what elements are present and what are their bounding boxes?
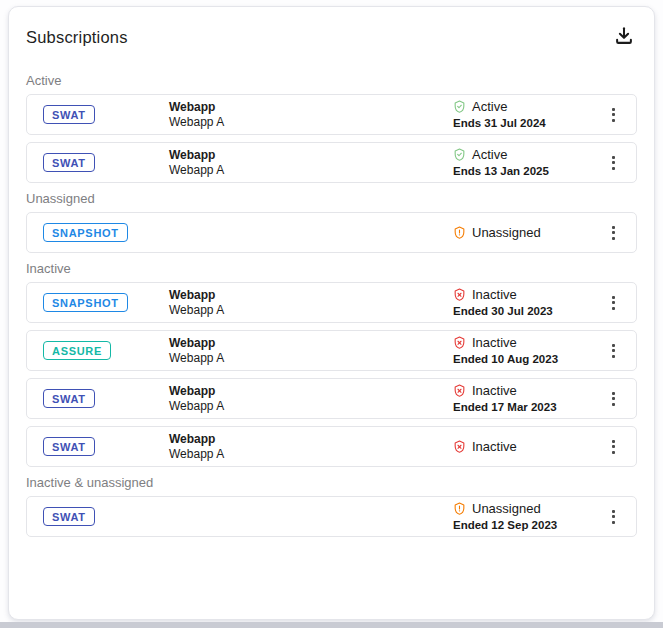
sections-container: Active SWAT Webapp Webapp A Active Ends …: [26, 72, 637, 537]
row-menu-button[interactable]: [604, 291, 623, 315]
menu-cell: [591, 151, 636, 175]
product-cell: Webapp Webapp A: [169, 432, 453, 462]
section-rows: SNAPSHOT Unassigned: [26, 212, 637, 253]
product-cell: Webapp Webapp A: [169, 148, 453, 178]
status-label: Inactive: [472, 438, 517, 455]
row-menu-button[interactable]: [604, 505, 623, 529]
subscription-row[interactable]: SNAPSHOT Webapp Webapp A Inactive Ended …: [26, 282, 637, 323]
subscription-row[interactable]: SWAT Webapp Webapp A Inactive Ended 17 M…: [26, 378, 637, 419]
shield-x-icon: [453, 288, 466, 301]
subscription-section: Active SWAT Webapp Webapp A Active Ends …: [26, 72, 637, 183]
badge-cell: ASSURE: [27, 341, 169, 360]
product-badge: SWAT: [43, 105, 95, 124]
status-cell: Inactive Ended 10 Aug 2023: [453, 334, 591, 367]
row-menu-button[interactable]: [604, 151, 623, 175]
section-label: Unassigned: [26, 190, 637, 208]
status-label: Inactive: [472, 334, 517, 351]
subscription-row[interactable]: SWAT Webapp Webapp A Active Ends 13 Jan …: [26, 142, 637, 183]
status-label: Unassigned: [472, 500, 541, 517]
product-badge: SWAT: [43, 389, 95, 408]
status-label: Active: [472, 98, 507, 115]
shield-x-icon: [453, 440, 466, 453]
menu-cell: [591, 505, 636, 529]
shield-x-icon: [453, 384, 466, 397]
status-line: Active: [453, 98, 591, 115]
status-line: Active: [453, 146, 591, 163]
product-cell: Webapp Webapp A: [169, 384, 453, 414]
product-name: Webapp: [169, 336, 453, 351]
shield-check-icon: [453, 100, 466, 113]
row-menu-button[interactable]: [604, 387, 623, 411]
badge-cell: SNAPSHOT: [27, 293, 169, 312]
kebab-icon: [612, 392, 615, 406]
product-subname: Webapp A: [169, 115, 453, 130]
section-rows: SNAPSHOT Webapp Webapp A Inactive Ended …: [26, 282, 637, 467]
download-button[interactable]: [611, 23, 637, 52]
product-name: Webapp: [169, 100, 453, 115]
kebab-icon: [612, 344, 615, 358]
row-menu-button[interactable]: [604, 435, 623, 459]
status-date: Ended 10 Aug 2023: [453, 351, 591, 367]
kebab-icon: [612, 510, 615, 524]
menu-cell: [591, 435, 636, 459]
shield-check-icon: [453, 148, 466, 161]
shield-x-icon: [453, 336, 466, 349]
subscription-row[interactable]: ASSURE Webapp Webapp A Inactive Ended 10…: [26, 330, 637, 371]
status-line: Inactive: [453, 334, 591, 351]
badge-cell: SNAPSHOT: [27, 223, 169, 242]
row-menu-button[interactable]: [604, 339, 623, 363]
menu-cell: [591, 221, 636, 245]
shield-exclamation-icon: [453, 226, 466, 239]
product-subname: Webapp A: [169, 303, 453, 318]
section-label: Inactive: [26, 260, 637, 278]
status-cell: Unassigned Ended 12 Sep 2023: [453, 500, 591, 533]
kebab-icon: [612, 296, 615, 310]
kebab-icon: [612, 108, 615, 122]
shield-exclamation-icon: [453, 502, 466, 515]
product-name: Webapp: [169, 432, 453, 447]
status-label: Unassigned: [472, 224, 541, 241]
status-date: Ended 12 Sep 2023: [453, 517, 591, 533]
status-line: Inactive: [453, 438, 591, 455]
subscription-row[interactable]: SNAPSHOT Unassigned: [26, 212, 637, 253]
menu-cell: [591, 339, 636, 363]
row-menu-button[interactable]: [604, 103, 623, 127]
product-cell: Webapp Webapp A: [169, 336, 453, 366]
badge-cell: SWAT: [27, 153, 169, 172]
status-line: Inactive: [453, 286, 591, 303]
product-subname: Webapp A: [169, 351, 453, 366]
status-label: Inactive: [472, 382, 517, 399]
subscription-row[interactable]: SWAT Webapp Webapp A Inactive: [26, 426, 637, 467]
subscription-row[interactable]: SWAT Unassigned Ended 12 Sep 2023: [26, 496, 637, 537]
section-label: Inactive & unassigned: [26, 474, 637, 492]
product-name: Webapp: [169, 384, 453, 399]
download-icon: [613, 25, 635, 50]
product-subname: Webapp A: [169, 447, 453, 462]
window-bottom-edge: [0, 622, 663, 628]
product-badge: SWAT: [43, 153, 95, 172]
status-cell: Active Ends 13 Jan 2025: [453, 146, 591, 179]
status-line: Unassigned: [453, 224, 591, 241]
status-cell: Inactive: [453, 438, 591, 455]
product-name: Webapp: [169, 288, 453, 303]
subscription-section: Unassigned SNAPSHOT Unassigned: [26, 190, 637, 253]
section-rows: SWAT Webapp Webapp A Active Ends 31 Jul …: [26, 94, 637, 183]
subscription-row[interactable]: SWAT Webapp Webapp A Active Ends 31 Jul …: [26, 94, 637, 135]
product-badge: ASSURE: [43, 341, 111, 360]
kebab-icon: [612, 226, 615, 240]
status-line: Inactive: [453, 382, 591, 399]
status-label: Inactive: [472, 286, 517, 303]
status-cell: Active Ends 31 Jul 2024: [453, 98, 591, 131]
product-cell: Webapp Webapp A: [169, 288, 453, 318]
product-badge: SNAPSHOT: [43, 223, 128, 242]
status-date: Ended 30 Jul 2023: [453, 303, 591, 319]
product-subname: Webapp A: [169, 399, 453, 414]
row-menu-button[interactable]: [604, 221, 623, 245]
page-title: Subscriptions: [26, 28, 128, 47]
status-date: Ended 17 Mar 2023: [453, 399, 591, 415]
product-badge: SWAT: [43, 437, 95, 456]
badge-cell: SWAT: [27, 105, 169, 124]
product-cell: Webapp Webapp A: [169, 100, 453, 130]
subscription-section: Inactive SNAPSHOT Webapp Webapp A Inacti…: [26, 260, 637, 467]
menu-cell: [591, 103, 636, 127]
